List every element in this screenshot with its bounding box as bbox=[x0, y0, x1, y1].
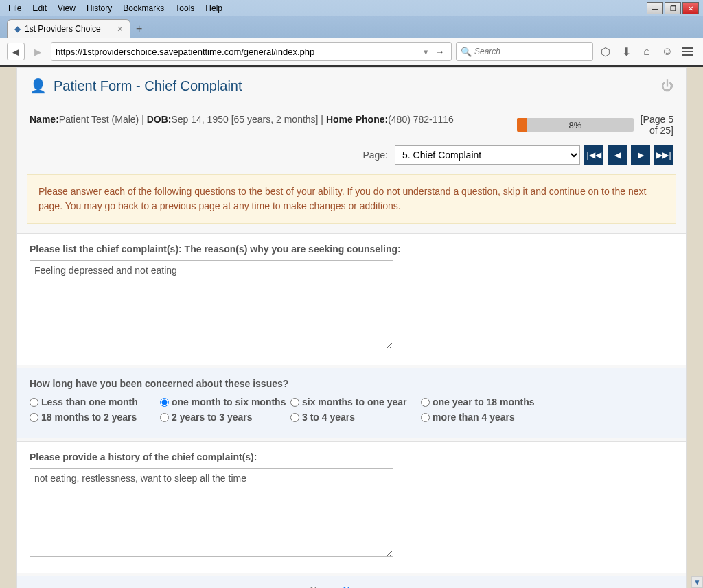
q2-option-6[interactable]: 3 to 4 years bbox=[290, 410, 421, 425]
search-icon: 🔍 bbox=[461, 47, 472, 57]
q2-radio-0[interactable] bbox=[30, 398, 38, 407]
q1-label: Please list the chief complaint(s): The … bbox=[30, 244, 673, 255]
q2-option-3[interactable]: one year to 18 months bbox=[421, 395, 551, 410]
progress-area: 8% [Page 5 of 25] bbox=[517, 114, 673, 136]
q4-section: Have you made any attempts to solve the … bbox=[17, 576, 686, 588]
first-page-button[interactable]: |◀◀ bbox=[584, 145, 603, 165]
dob-label: DOB: bbox=[147, 114, 172, 125]
q2-option-1[interactable]: one month to six months bbox=[160, 395, 290, 410]
search-bar[interactable]: 🔍 bbox=[456, 42, 593, 61]
q3-label: Please provide a history of the chief co… bbox=[30, 451, 673, 462]
new-tab-button[interactable]: + bbox=[130, 20, 148, 38]
q2-radio-3[interactable] bbox=[421, 398, 430, 407]
page-nav: Page: 5. Chief Complaint |◀◀ ◀ ▶ ▶▶| bbox=[17, 141, 686, 174]
q3-textarea[interactable] bbox=[30, 468, 393, 557]
user-icon: 👤 bbox=[30, 78, 47, 94]
menu-bar: File Edit View History Bookmarks Tools H… bbox=[0, 0, 703, 16]
scroll-down-icon[interactable]: ▼ bbox=[691, 576, 703, 588]
instructions: Please answer each of the following ques… bbox=[27, 174, 676, 224]
q2-option-5[interactable]: 2 years to 3 years bbox=[160, 410, 290, 425]
url-bar[interactable]: ▾ → bbox=[51, 42, 452, 61]
chat-icon[interactable]: ☺ bbox=[659, 43, 676, 60]
q2-option-label: Less than one month bbox=[41, 397, 138, 408]
last-page-button[interactable]: ▶▶| bbox=[654, 145, 673, 165]
url-dropdown-icon[interactable]: ▾ bbox=[419, 47, 433, 57]
back-button[interactable]: ◀ bbox=[7, 43, 25, 60]
progress-text: 8% bbox=[517, 118, 634, 132]
q2-radios: Less than one monthone month to six mont… bbox=[30, 395, 673, 425]
q2-radio-7[interactable] bbox=[421, 413, 430, 422]
menu-help[interactable]: Help bbox=[201, 2, 227, 14]
page-nav-label: Page: bbox=[362, 150, 388, 161]
tab-close-icon[interactable]: × bbox=[117, 23, 123, 34]
menu-view[interactable]: View bbox=[54, 2, 80, 14]
q2-option-label: six months to one year bbox=[302, 397, 406, 408]
q2-option-label: 3 to 4 years bbox=[302, 412, 355, 423]
phone-label: Home Phone: bbox=[326, 114, 388, 125]
page-select[interactable]: 5. Chief Complaint bbox=[395, 145, 580, 165]
browser-chrome: File Edit View History Bookmarks Tools H… bbox=[0, 0, 703, 67]
q2-label: How long have you been concerned about t… bbox=[30, 378, 673, 389]
patient-bar: Name:Patient Test (Male) | DOB:Sep 14, 1… bbox=[17, 104, 686, 141]
q2-radio-6[interactable] bbox=[290, 413, 299, 422]
window-controls: — ❐ ✕ bbox=[647, 2, 699, 14]
form-header: 👤 Patient Form - Chief Complaint ⏻ bbox=[17, 68, 686, 104]
q2-section: How long have you been concerned about t… bbox=[17, 368, 686, 438]
name-value: Patient Test (Male) | bbox=[59, 114, 147, 125]
menu-bookmarks[interactable]: Bookmarks bbox=[119, 2, 168, 14]
q2-option-0[interactable]: Less than one month bbox=[30, 395, 160, 410]
dob-value: Sep 14, 1950 [65 years, 2 months] | bbox=[171, 114, 325, 125]
progress-bar: 8% bbox=[517, 118, 634, 132]
phone-value: (480) 782-1116 bbox=[388, 114, 454, 125]
page-counter: [Page 5 of 25] bbox=[639, 114, 673, 136]
minimize-button[interactable]: — bbox=[647, 2, 663, 14]
name-label: Name: bbox=[30, 114, 59, 125]
forward-button[interactable]: ▶ bbox=[29, 43, 47, 60]
q2-option-label: one year to 18 months bbox=[433, 397, 535, 408]
nav-bar: ◀ ▶ ▾ → 🔍 ⬡ ⬇ ⌂ ☺ bbox=[0, 38, 703, 67]
q2-option-label: 2 years to 3 years bbox=[172, 412, 253, 423]
hamburger-menu[interactable] bbox=[680, 45, 696, 58]
q2-option-label: one month to six months bbox=[172, 397, 286, 408]
next-page-button[interactable]: ▶ bbox=[631, 145, 650, 165]
patient-info: Name:Patient Test (Male) | DOB:Sep 14, 1… bbox=[30, 114, 454, 125]
q2-radio-5[interactable] bbox=[160, 413, 169, 422]
menu-file[interactable]: File bbox=[4, 2, 25, 14]
q3-section: Please provide a history of the chief co… bbox=[17, 441, 686, 573]
download-icon[interactable]: ⬇ bbox=[618, 43, 634, 60]
q1-textarea[interactable] bbox=[30, 260, 393, 349]
browser-tab[interactable]: ◆ 1st Providers Choice × bbox=[7, 19, 130, 38]
page-viewport: 👤 Patient Form - Chief Complaint ⏻ Name:… bbox=[0, 67, 703, 588]
menu-edit[interactable]: Edit bbox=[28, 2, 51, 14]
tab-bar: ◆ 1st Providers Choice × + bbox=[0, 16, 703, 38]
maximize-button[interactable]: ❐ bbox=[665, 2, 681, 14]
q2-option-4[interactable]: 18 months to 2 years bbox=[30, 410, 160, 425]
menu-history[interactable]: History bbox=[82, 2, 116, 14]
power-icon[interactable]: ⏻ bbox=[661, 79, 673, 93]
menu-tools[interactable]: Tools bbox=[171, 2, 198, 14]
search-input[interactable] bbox=[474, 47, 588, 56]
url-input[interactable] bbox=[56, 47, 419, 57]
q2-radio-1[interactable] bbox=[160, 398, 169, 407]
tab-favicon: ◆ bbox=[14, 24, 21, 34]
form-title: 👤 Patient Form - Chief Complaint bbox=[30, 78, 242, 94]
q1-section: Please list the chief complaint(s): The … bbox=[17, 233, 686, 365]
q2-radio-4[interactable] bbox=[30, 413, 38, 422]
q2-radio-2[interactable] bbox=[290, 398, 299, 407]
q2-option-7[interactable]: more than 4 years bbox=[421, 410, 551, 425]
tab-title: 1st Providers Choice bbox=[25, 24, 101, 34]
close-button[interactable]: ✕ bbox=[682, 2, 699, 14]
pocket-icon[interactable]: ⬡ bbox=[597, 43, 614, 60]
q2-option-2[interactable]: six months to one year bbox=[290, 395, 421, 410]
q2-option-label: 18 months to 2 years bbox=[41, 412, 137, 423]
q2-option-label: more than 4 years bbox=[433, 412, 515, 423]
page-content: 👤 Patient Form - Chief Complaint ⏻ Name:… bbox=[16, 67, 687, 588]
url-go-icon[interactable]: → bbox=[433, 47, 447, 57]
form-title-text: Patient Form - Chief Complaint bbox=[54, 78, 242, 94]
prev-page-button[interactable]: ◀ bbox=[608, 145, 627, 165]
home-icon[interactable]: ⌂ bbox=[638, 43, 655, 60]
